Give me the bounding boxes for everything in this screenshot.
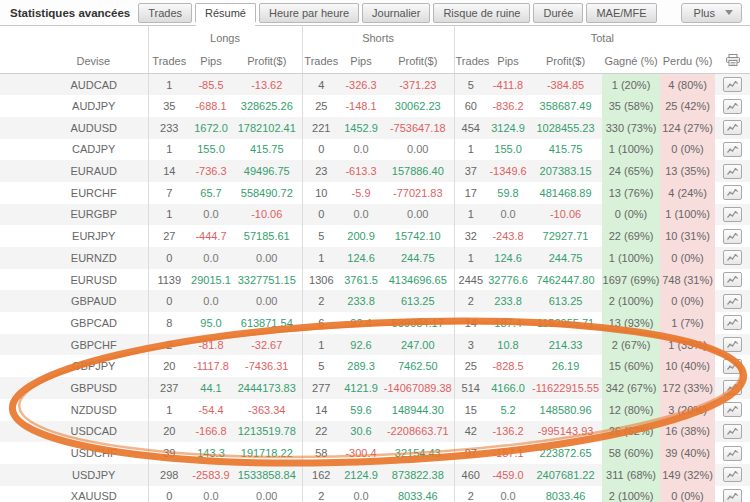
lost-cell: 1 (100%) [660, 204, 715, 226]
chart-icon[interactable] [723, 424, 742, 439]
print-icon [726, 54, 740, 68]
column-header-shorts-pips[interactable]: Pips [340, 49, 382, 74]
pair-cell: GBPAUD [0, 290, 148, 312]
shorts-trades-cell: 5 [302, 225, 340, 247]
total-pips-cell: 10.8 [487, 334, 529, 356]
shorts-pips-cell: 92.4 [340, 312, 382, 334]
total-pips-cell: -157.1 [487, 442, 529, 464]
won-cell: 330 (73%) [602, 117, 660, 139]
total-trades-cell: 2 [454, 486, 487, 502]
total-profit-cell: -384.85 [529, 74, 602, 96]
chart-icon[interactable] [723, 272, 742, 287]
won-cell: 342 (67%) [602, 377, 660, 399]
shorts-pips-cell: -5.9 [340, 182, 382, 204]
pair-cell: USDCHF [0, 442, 148, 464]
chart-icon[interactable] [723, 120, 742, 135]
column-header-print[interactable] [715, 49, 750, 74]
chart-icon[interactable] [723, 467, 742, 482]
pair-cell: CADJPY [0, 139, 148, 161]
tab-r-sum-[interactable]: Résumé [195, 3, 256, 23]
chart-icon-cell [715, 225, 750, 247]
column-header-lost[interactable]: Perdu (%) [660, 49, 715, 74]
tab-risque-de-ruine[interactable]: Risque de ruine [433, 3, 530, 23]
total-pips-cell: 233.8 [487, 290, 529, 312]
tab-dur-e[interactable]: Durée [533, 3, 583, 23]
table-row: EURCHF765.7558490.7210-5.9-77021.831759.… [0, 182, 750, 204]
longs-trades-cell: 39 [148, 442, 190, 464]
chart-icon[interactable] [723, 142, 742, 157]
tab-mae-mfe[interactable]: MAE/MFE [586, 3, 656, 23]
total-profit-cell: 7462447.80 [529, 269, 602, 291]
tab-heure-par-heure[interactable]: Heure par heure [259, 3, 359, 23]
chart-icon[interactable] [723, 337, 742, 352]
chart-icon[interactable] [723, 207, 742, 222]
longs-pips-cell: 155.0 [190, 139, 232, 161]
total-pips-cell: -459.0 [487, 464, 529, 486]
longs-trades-cell: 0 [148, 247, 190, 269]
column-header-total-trades[interactable]: Trades [454, 49, 487, 74]
chart-icon[interactable] [723, 164, 742, 179]
shorts-pips-cell: 30.6 [340, 421, 382, 443]
group-header-shorts: Shorts [302, 26, 454, 49]
chart-icon[interactable] [723, 185, 742, 200]
chart-icon[interactable] [723, 446, 742, 461]
pair-cell: AUDJPY [0, 95, 148, 117]
lost-cell: 39 (40%) [660, 442, 715, 464]
total-trades-cell: 37 [454, 160, 487, 182]
total-trades-cell: 3 [454, 334, 487, 356]
shorts-profit-cell: 30062.23 [382, 95, 454, 117]
plus-button-label: Plus [694, 7, 715, 19]
column-header-total-profit[interactable]: Profit($) [529, 49, 602, 74]
total-profit-cell: -11622915.55 [529, 377, 602, 399]
plus-button[interactable]: Plus [681, 3, 742, 23]
chart-icon[interactable] [723, 229, 742, 244]
longs-profit-cell: 57185.61 [232, 225, 302, 247]
column-header-longs-trades[interactable]: Trades [148, 49, 190, 74]
column-header-longs-pips[interactable]: Pips [190, 49, 232, 74]
chart-icon[interactable] [723, 250, 742, 265]
longs-profit-cell: 191718.22 [232, 442, 302, 464]
total-trades-cell: 60 [454, 95, 487, 117]
longs-pips-cell: 95.0 [190, 312, 232, 334]
shorts-profit-cell: 539084.17 [382, 312, 454, 334]
won-cell: 26 (62%) [602, 421, 660, 443]
total-trades-cell: 460 [454, 464, 487, 486]
tab-trades[interactable]: Trades [138, 3, 192, 23]
lost-cell: 13 (35%) [660, 160, 715, 182]
chart-icon-cell [715, 355, 750, 377]
chart-icon[interactable] [723, 359, 742, 374]
group-header-total: Total [454, 26, 750, 49]
shorts-pips-cell: 0.0 [340, 139, 382, 161]
longs-trades-cell: 0 [148, 486, 190, 502]
tab-journalier[interactable]: Journalier [362, 3, 430, 23]
shorts-trades-cell: 277 [302, 377, 340, 399]
column-header-longs-profit[interactable]: Profit($) [232, 49, 302, 74]
table-row: USDCAD20-166.81213519.782230.6-2208663.7… [0, 421, 750, 443]
total-pips-cell: 3124.9 [487, 117, 529, 139]
shorts-trades-cell: 10 [302, 182, 340, 204]
column-header-shorts-profit[interactable]: Profit($) [382, 49, 454, 74]
shorts-profit-cell: 0.00 [382, 204, 454, 226]
chart-icon[interactable] [723, 489, 742, 502]
column-header-won[interactable]: Gagné (%) [602, 49, 660, 74]
chart-icon[interactable] [723, 402, 742, 417]
longs-profit-cell: 613871.54 [232, 312, 302, 334]
chart-icon[interactable] [723, 77, 742, 92]
longs-pips-cell: 29015.1 [190, 269, 232, 291]
longs-trades-cell: 8 [148, 312, 190, 334]
table-row: EURNZD00.00.001124.6244.751124.6244.751 … [0, 247, 750, 269]
shorts-trades-cell: 0 [302, 139, 340, 161]
table-row: AUDJPY35-688.1328625.2625-148.130062.236… [0, 95, 750, 117]
chart-icon[interactable] [723, 294, 742, 309]
lost-cell: 0 (0%) [660, 486, 715, 502]
table-row: CADJPY1155.0415.7500.00.001155.0415.751 … [0, 139, 750, 161]
column-header-devise[interactable]: Devise [0, 49, 148, 74]
chart-icon[interactable] [723, 99, 742, 114]
longs-pips-cell: -81.8 [190, 334, 232, 356]
won-cell: 2 (67%) [602, 334, 660, 356]
shorts-pips-cell: 4121.9 [340, 377, 382, 399]
chart-icon[interactable] [723, 380, 742, 395]
chart-icon[interactable] [723, 315, 742, 330]
column-header-total-pips[interactable]: Pips [487, 49, 529, 74]
column-header-shorts-trades[interactable]: Trades [302, 49, 340, 74]
